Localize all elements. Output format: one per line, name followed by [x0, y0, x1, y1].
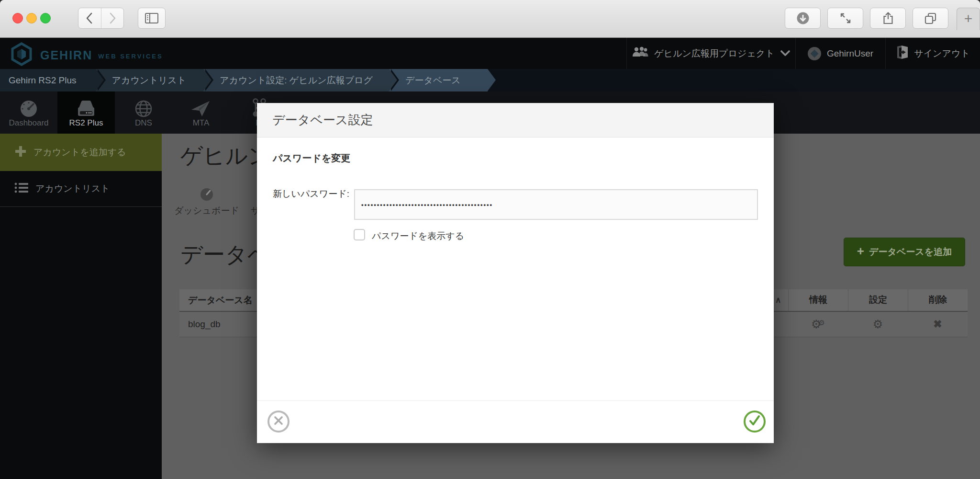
column-header-delete: 削除	[908, 289, 968, 311]
new-password-input[interactable]: ••••••••••••••••••••••••••••••••••••••••…	[354, 189, 758, 220]
globe-icon	[115, 97, 172, 118]
fullscreen-arrows-icon	[839, 12, 852, 24]
nav-item-dashboard[interactable]: Dashboard	[0, 91, 57, 134]
browser-window: + GEHIRN WEB SERVICES	[0, 0, 980, 479]
plus-icon: +	[857, 244, 864, 259]
project-menu-label: ゲヒルン広報用プロジェクト	[654, 47, 774, 60]
gehirn-logo[interactable]: GEHIRN WEB SERVICES	[10, 42, 163, 68]
modal-footer	[257, 400, 774, 443]
breadcrumb-item-rs2plus[interactable]: Gehirn RS2 Plus	[0, 69, 96, 91]
settings-gear-icon[interactable]: ⚙	[848, 319, 908, 331]
plus-icon: +	[964, 11, 973, 26]
breadcrumb-item-account-list[interactable]: アカウントリスト	[96, 69, 204, 91]
modal-body: パスワードを変更 新しいパスワード: •••••••••••••••••••••…	[257, 137, 774, 400]
brand-name: GEHIRN	[40, 48, 92, 62]
sidebar-toggle-button[interactable]	[138, 8, 166, 29]
chevron-down-icon	[780, 48, 790, 59]
database-settings-modal: データベース設定 パスワードを変更 新しいパスワード: ••••••••••••…	[257, 103, 774, 443]
project-menu[interactable]: ゲヒルン広報用プロジェクト	[626, 38, 795, 69]
plus-icon	[14, 145, 27, 160]
signout-button[interactable]: サインアウト	[885, 38, 980, 69]
app-header: GEHIRN WEB SERVICES ゲヒルン広報用プロジェクト	[0, 38, 980, 69]
people-icon	[632, 46, 648, 61]
back-button[interactable]	[78, 8, 101, 28]
column-header-info: 情報	[788, 289, 848, 311]
change-password-heading: パスワードを変更	[273, 152, 350, 165]
user-menu[interactable]: GehirnUser	[795, 38, 885, 69]
download-icon	[796, 11, 810, 25]
new-password-label: 新しいパスワード:	[273, 188, 349, 201]
share-icon	[882, 11, 894, 25]
share-button[interactable]	[870, 8, 906, 29]
cancel-x-icon	[273, 415, 284, 428]
delete-x-icon[interactable]: ✖	[908, 318, 968, 331]
gauge-icon	[168, 187, 245, 202]
user-name: GehirnUser	[827, 48, 873, 59]
add-database-button[interactable]: + データベースを追加	[844, 238, 965, 266]
breadcrumb: Gehirn RS2 Plus アカウントリスト アカウント設定: ゲヒルン広報…	[0, 69, 980, 91]
header-actions: ゲヒルン広報用プロジェクト GehirnUser	[626, 38, 980, 69]
zoom-window-button[interactable]	[40, 13, 51, 23]
modal-title: データベース設定	[272, 112, 373, 128]
history-nav-group	[78, 8, 124, 29]
tab-dashboard[interactable]: ダッシュボード	[168, 187, 245, 217]
sidebar-panel-icon	[145, 12, 159, 24]
brand-suffix: WEB SERVICES	[98, 53, 163, 60]
signout-door-icon	[896, 45, 908, 62]
nav-item-mta[interactable]: MTA	[172, 91, 230, 134]
forward-button[interactable]	[101, 8, 124, 28]
modal-header: データベース設定	[257, 103, 774, 137]
nav-item-dns[interactable]: DNS	[115, 91, 172, 134]
sidebar-item-add-account[interactable]: アカウントを追加する	[0, 134, 162, 171]
list-icon	[14, 182, 29, 196]
close-window-button[interactable]	[12, 13, 23, 23]
cancel-button[interactable]	[267, 411, 290, 433]
browser-toolbar: +	[0, 0, 980, 38]
signout-label: サインアウト	[914, 47, 970, 60]
confirm-button[interactable]	[744, 411, 766, 433]
avatar	[808, 47, 821, 60]
breadcrumb-item-database[interactable]: データベース	[389, 69, 488, 91]
back-chevron-icon	[85, 11, 94, 25]
paper-plane-icon	[172, 97, 230, 118]
sidebar: アカウントを追加する アカウントリスト	[0, 134, 162, 479]
nav-item-rs2plus[interactable]: RS2 Plus	[57, 91, 115, 134]
breadcrumb-item-account-settings[interactable]: アカウント設定: ゲヒルン広報ブログ	[203, 69, 389, 91]
column-header-settings: 設定	[848, 289, 908, 311]
avatar-diamond-icon	[810, 49, 818, 57]
server-icon	[57, 97, 115, 118]
tab-overview-icon	[924, 12, 937, 25]
show-password-label: パスワードを表示する	[372, 230, 464, 242]
fullscreen-button[interactable]	[827, 8, 863, 29]
tab-overview-button[interactable]	[913, 8, 948, 29]
minimize-window-button[interactable]	[26, 13, 37, 23]
forward-chevron-icon	[108, 11, 117, 25]
sidebar-item-account-list[interactable]: アカウントリスト	[0, 171, 162, 207]
confirm-check-icon	[748, 415, 761, 428]
masked-password-value: ••••••••••••••••••••••••••••••••••••••••…	[361, 201, 493, 208]
gauge-icon	[0, 97, 57, 118]
new-tab-button[interactable]: +	[957, 8, 980, 30]
sort-caret-icon[interactable]: ∧	[775, 295, 788, 305]
downloads-button[interactable]	[785, 8, 821, 29]
show-password-checkbox[interactable]	[354, 229, 365, 240]
hexagon-logo-icon	[10, 42, 33, 68]
info-gears-icon[interactable]: ⚙⚙	[788, 319, 848, 331]
